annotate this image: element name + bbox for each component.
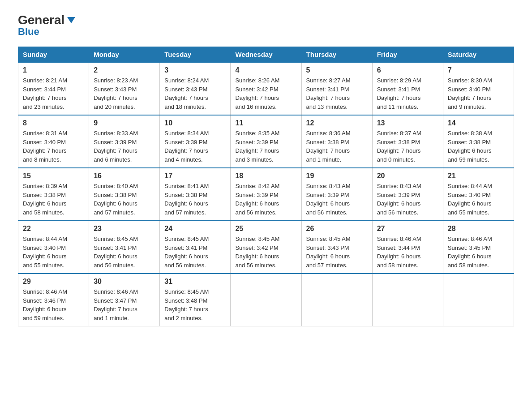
day-number: 26 xyxy=(306,225,368,233)
day-info: Sunrise: 8:45 AMSunset: 3:48 PMDaylight:… xyxy=(164,287,226,322)
day-number: 1 xyxy=(23,66,84,74)
day-number: 30 xyxy=(94,278,155,286)
calendar-cell: 29Sunrise: 8:46 AMSunset: 3:46 PMDayligh… xyxy=(18,274,89,326)
day-number: 9 xyxy=(94,119,155,127)
logo-general: General xyxy=(18,14,64,26)
calendar-cell: 1Sunrise: 8:21 AMSunset: 3:44 PMDaylight… xyxy=(18,62,89,115)
calendar-cell xyxy=(301,274,372,326)
calendar-cell: 31Sunrise: 8:45 AMSunset: 3:48 PMDayligh… xyxy=(160,274,231,326)
calendar-cell: 9Sunrise: 8:33 AMSunset: 3:39 PMDaylight… xyxy=(89,115,160,168)
day-info: Sunrise: 8:24 AMSunset: 3:43 PMDaylight:… xyxy=(164,76,226,111)
day-number: 14 xyxy=(448,119,509,127)
day-info: Sunrise: 8:34 AMSunset: 3:39 PMDaylight:… xyxy=(164,129,226,164)
day-info: Sunrise: 8:44 AMSunset: 3:40 PMDaylight:… xyxy=(448,182,509,217)
day-info: Sunrise: 8:45 AMSunset: 3:41 PMDaylight:… xyxy=(164,235,226,270)
day-info: Sunrise: 8:42 AMSunset: 3:39 PMDaylight:… xyxy=(235,182,296,217)
day-number: 3 xyxy=(164,66,226,74)
day-info: Sunrise: 8:36 AMSunset: 3:38 PMDaylight:… xyxy=(306,129,368,164)
day-number: 29 xyxy=(23,278,84,286)
day-number: 4 xyxy=(235,66,296,74)
calendar-cell: 17Sunrise: 8:41 AMSunset: 3:38 PMDayligh… xyxy=(160,168,231,221)
day-info: Sunrise: 8:45 AMSunset: 3:42 PMDaylight:… xyxy=(235,235,296,270)
calendar-cell: 20Sunrise: 8:43 AMSunset: 3:39 PMDayligh… xyxy=(372,168,443,221)
calendar-cell: 13Sunrise: 8:37 AMSunset: 3:38 PMDayligh… xyxy=(372,115,443,168)
day-info: Sunrise: 8:46 AMSunset: 3:46 PMDaylight:… xyxy=(23,287,84,322)
day-info: Sunrise: 8:43 AMSunset: 3:39 PMDaylight:… xyxy=(377,182,438,217)
calendar-cell: 4Sunrise: 8:26 AMSunset: 3:42 PMDaylight… xyxy=(231,62,301,115)
calendar-cell: 19Sunrise: 8:43 AMSunset: 3:39 PMDayligh… xyxy=(301,168,372,221)
day-info: Sunrise: 8:46 AMSunset: 3:47 PMDaylight:… xyxy=(94,287,155,322)
calendar-cell: 28Sunrise: 8:46 AMSunset: 3:45 PMDayligh… xyxy=(443,221,514,274)
col-header-wednesday: Wednesday xyxy=(231,47,301,63)
day-number: 22 xyxy=(23,225,84,233)
calendar-cell: 30Sunrise: 8:46 AMSunset: 3:47 PMDayligh… xyxy=(89,274,160,326)
calendar-cell: 5Sunrise: 8:27 AMSunset: 3:41 PMDaylight… xyxy=(301,62,372,115)
col-header-monday: Monday xyxy=(89,47,160,63)
calendar-cell xyxy=(443,274,514,326)
logo: General Blue xyxy=(18,13,76,38)
calendar-cell xyxy=(372,274,443,326)
calendar-cell: 3Sunrise: 8:24 AMSunset: 3:43 PMDaylight… xyxy=(160,62,231,115)
day-info: Sunrise: 8:21 AMSunset: 3:44 PMDaylight:… xyxy=(23,76,84,111)
day-number: 31 xyxy=(164,278,226,286)
calendar-header-row: SundayMondayTuesdayWednesdayThursdayFrid… xyxy=(18,47,514,63)
calendar-cell: 24Sunrise: 8:45 AMSunset: 3:41 PMDayligh… xyxy=(160,221,231,274)
logo-blue: Blue xyxy=(18,26,39,38)
calendar-cell: 27Sunrise: 8:46 AMSunset: 3:44 PMDayligh… xyxy=(372,221,443,274)
calendar-cell: 15Sunrise: 8:39 AMSunset: 3:38 PMDayligh… xyxy=(18,168,89,221)
day-number: 23 xyxy=(94,225,155,233)
calendar-cell: 16Sunrise: 8:40 AMSunset: 3:38 PMDayligh… xyxy=(89,168,160,221)
svg-marker-0 xyxy=(67,17,75,23)
day-info: Sunrise: 8:31 AMSunset: 3:40 PMDaylight:… xyxy=(23,129,84,164)
day-number: 15 xyxy=(23,172,84,180)
page-header: General Blue xyxy=(18,13,514,38)
day-number: 7 xyxy=(448,66,509,74)
day-info: Sunrise: 8:39 AMSunset: 3:38 PMDaylight:… xyxy=(23,182,84,217)
day-number: 6 xyxy=(377,66,438,74)
calendar-cell: 6Sunrise: 8:29 AMSunset: 3:41 PMDaylight… xyxy=(372,62,443,115)
day-number: 24 xyxy=(164,225,226,233)
calendar-cell: 11Sunrise: 8:35 AMSunset: 3:39 PMDayligh… xyxy=(231,115,301,168)
day-info: Sunrise: 8:33 AMSunset: 3:39 PMDaylight:… xyxy=(94,129,155,164)
col-header-saturday: Saturday xyxy=(443,47,514,63)
calendar-cell: 7Sunrise: 8:30 AMSunset: 3:40 PMDaylight… xyxy=(443,62,514,115)
calendar-cell: 25Sunrise: 8:45 AMSunset: 3:42 PMDayligh… xyxy=(231,221,301,274)
day-number: 20 xyxy=(377,172,438,180)
day-info: Sunrise: 8:30 AMSunset: 3:40 PMDaylight:… xyxy=(448,76,509,111)
day-number: 28 xyxy=(448,225,509,233)
logo-arrow-icon xyxy=(66,15,76,25)
day-number: 16 xyxy=(94,172,155,180)
col-header-friday: Friday xyxy=(372,47,443,63)
day-info: Sunrise: 8:27 AMSunset: 3:41 PMDaylight:… xyxy=(306,76,368,111)
calendar-week-row: 29Sunrise: 8:46 AMSunset: 3:46 PMDayligh… xyxy=(18,274,514,326)
col-header-tuesday: Tuesday xyxy=(160,47,231,63)
calendar-cell xyxy=(231,274,301,326)
day-number: 2 xyxy=(94,66,155,74)
day-info: Sunrise: 8:26 AMSunset: 3:42 PMDaylight:… xyxy=(235,76,296,111)
day-number: 11 xyxy=(235,119,296,127)
day-number: 13 xyxy=(377,119,438,127)
day-number: 10 xyxy=(164,119,226,127)
calendar-week-row: 15Sunrise: 8:39 AMSunset: 3:38 PMDayligh… xyxy=(18,168,514,221)
day-number: 5 xyxy=(306,66,368,74)
day-info: Sunrise: 8:45 AMSunset: 3:43 PMDaylight:… xyxy=(306,235,368,270)
day-info: Sunrise: 8:44 AMSunset: 3:40 PMDaylight:… xyxy=(23,235,84,270)
day-number: 21 xyxy=(448,172,509,180)
day-number: 18 xyxy=(235,172,296,180)
day-info: Sunrise: 8:46 AMSunset: 3:44 PMDaylight:… xyxy=(377,235,438,270)
calendar-cell: 12Sunrise: 8:36 AMSunset: 3:38 PMDayligh… xyxy=(301,115,372,168)
day-number: 25 xyxy=(235,225,296,233)
calendar-cell: 21Sunrise: 8:44 AMSunset: 3:40 PMDayligh… xyxy=(443,168,514,221)
day-number: 17 xyxy=(164,172,226,180)
calendar-week-row: 8Sunrise: 8:31 AMSunset: 3:40 PMDaylight… xyxy=(18,115,514,168)
day-number: 27 xyxy=(377,225,438,233)
calendar-cell: 8Sunrise: 8:31 AMSunset: 3:40 PMDaylight… xyxy=(18,115,89,168)
calendar-cell: 10Sunrise: 8:34 AMSunset: 3:39 PMDayligh… xyxy=(160,115,231,168)
calendar-table: SundayMondayTuesdayWednesdayThursdayFrid… xyxy=(18,47,514,326)
calendar-cell: 22Sunrise: 8:44 AMSunset: 3:40 PMDayligh… xyxy=(18,221,89,274)
day-info: Sunrise: 8:37 AMSunset: 3:38 PMDaylight:… xyxy=(377,129,438,164)
day-info: Sunrise: 8:43 AMSunset: 3:39 PMDaylight:… xyxy=(306,182,368,217)
day-number: 19 xyxy=(306,172,368,180)
day-info: Sunrise: 8:23 AMSunset: 3:43 PMDaylight:… xyxy=(94,76,155,111)
day-number: 8 xyxy=(23,119,84,127)
